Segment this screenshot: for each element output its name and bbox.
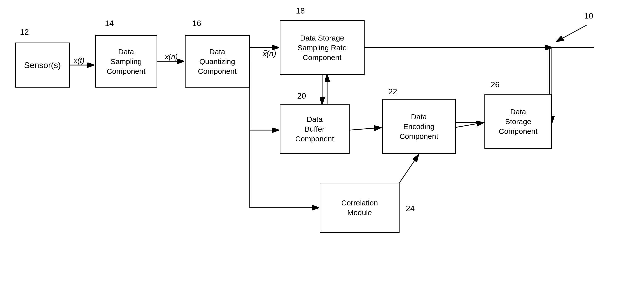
ref-20: 20: [297, 91, 306, 101]
data-encoding-block: DataEncodingComponent: [382, 99, 456, 154]
correlation-module-block: CorrelationModule: [320, 183, 400, 233]
sensor-block: Sensor(s): [15, 43, 70, 88]
data-buffer-block: DataBufferComponent: [280, 104, 350, 154]
signal-xn: x(n): [165, 53, 178, 61]
svg-line-19: [557, 25, 587, 41]
diagram-container: Sensor(s) DataSamplingComponent DataQuan…: [0, 0, 644, 304]
data-storage-rate-block: Data StorageSampling RateComponent: [280, 20, 364, 75]
ref-16: 16: [192, 19, 201, 28]
svg-line-12: [400, 155, 418, 183]
data-sampling-block: DataSamplingComponent: [95, 35, 157, 88]
ref-24: 24: [406, 204, 415, 213]
data-storage-block: DataStorageComponent: [484, 94, 552, 149]
ref-12: 12: [20, 28, 29, 37]
ref-26: 26: [491, 80, 500, 89]
ref-18: 18: [296, 6, 305, 16]
signal-xn-tilde: x̃(n): [262, 49, 276, 58]
data-quantizing-block: DataQuantizingComponent: [185, 35, 250, 88]
ref-22: 22: [388, 87, 397, 96]
ref-10: 10: [584, 11, 593, 21]
signal-xt: x(t): [74, 56, 84, 65]
svg-line-13: [454, 123, 483, 128]
ref-14: 14: [105, 19, 114, 28]
svg-line-11: [350, 128, 381, 130]
